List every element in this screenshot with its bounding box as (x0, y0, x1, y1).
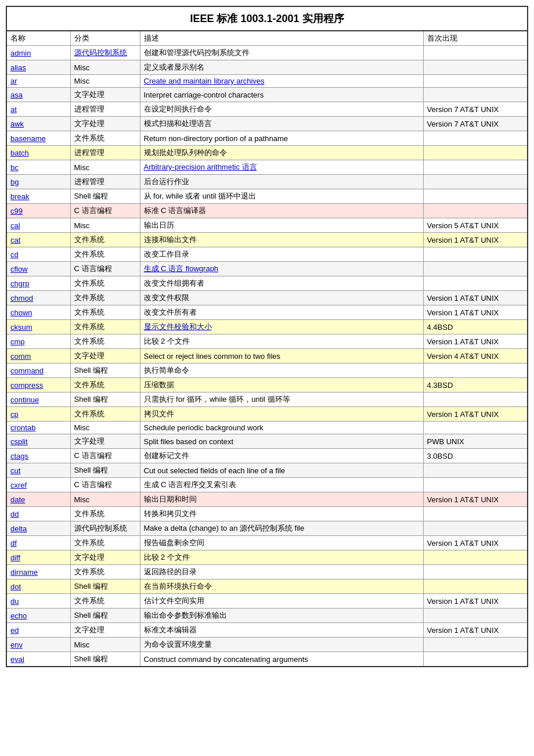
table-row: ed文字处理标准文本编辑器Version 1 AT&T UNIX (6, 623, 528, 638)
name-link[interactable]: cal (10, 221, 20, 230)
name-link[interactable]: comm (10, 352, 31, 361)
name-link[interactable]: echo (10, 611, 27, 620)
name-link[interactable]: at (10, 105, 17, 114)
table-row: cxrefC 语言编程生成 C 语言程序交叉索引表 (6, 478, 528, 492)
description-cell: 只需执行 for 循环，while 循环，until 循环等 (140, 393, 423, 407)
name-link[interactable]: dd (10, 510, 19, 519)
first-appearance-cell (423, 146, 528, 160)
category-cell: 文件系统 (70, 233, 140, 247)
name-link[interactable]: crontab (10, 423, 35, 432)
first-appearance-cell (423, 565, 528, 579)
name-link[interactable]: admin (10, 49, 31, 57)
first-appearance-cell (423, 160, 528, 175)
first-appearance-cell (423, 60, 528, 75)
name-link[interactable]: dot (10, 582, 21, 591)
description-cell: 报告磁盘剩余空间 (140, 536, 423, 550)
name-link[interactable]: ed (10, 626, 19, 635)
name-link[interactable]: cut (10, 466, 20, 475)
description-cell: Split files based on context (140, 434, 423, 449)
table-row: envMisc为命令设置环境变量 (6, 638, 528, 652)
description-cell: 创建标记文件 (140, 449, 423, 463)
name-link[interactable]: dirname (10, 568, 38, 577)
name-link[interactable]: continue (10, 395, 39, 404)
name-link[interactable]: chown (10, 308, 33, 317)
category-cell: Misc (70, 75, 140, 88)
name-link[interactable]: ar (10, 77, 17, 85)
description-cell: 输出日历 (140, 218, 423, 233)
category-cell: 文字处理 (70, 623, 140, 638)
table-row: continueShell 编程只需执行 for 循环，while 循环，unt… (6, 393, 528, 407)
table-row: awk文字处理模式扫描和处理语言Version 7 AT&T UNIX (6, 117, 528, 131)
name-link[interactable]: chmod (10, 294, 33, 303)
name-link[interactable]: chgrp (10, 279, 30, 288)
description-link[interactable]: 生成 C 语言 flowgraph (144, 264, 219, 273)
name-link[interactable]: cp (10, 410, 19, 419)
name-link[interactable]: cd (10, 250, 19, 259)
description-link[interactable]: 显示文件校验和大小 (144, 322, 212, 331)
name-link[interactable]: csplit (10, 437, 28, 446)
name-link[interactable]: date (10, 495, 25, 504)
description-cell: 后台运行作业 (140, 175, 423, 189)
description-cell: Interpret carriage-control characters (140, 88, 423, 102)
name-link[interactable]: du (10, 597, 19, 606)
first-appearance-cell: 4.3BSD (423, 378, 528, 393)
table-row: cat文件系统连接和输出文件Version 1 AT&T UNIX (6, 233, 528, 247)
table-row: dd文件系统转换和拷贝文件 (6, 507, 528, 521)
name-link[interactable]: asa (10, 91, 23, 99)
name-link[interactable]: cksum (10, 323, 33, 332)
category-cell: 进程管理 (70, 102, 140, 117)
header-name: 名称 (6, 31, 70, 46)
description-cell: 输出日期和时间 (140, 492, 423, 507)
description-cell: 压缩数据 (140, 378, 423, 393)
table-row: bcMiscArbitrary-precision arithmetic 语言 (6, 160, 528, 175)
name-link[interactable]: alias (10, 63, 26, 72)
first-appearance-cell: Version 7 AT&T UNIX (423, 102, 528, 117)
first-appearance-cell (423, 507, 528, 521)
name-link[interactable]: diff (10, 553, 20, 562)
description-cell: 在当前环境执行命令 (140, 579, 423, 594)
first-appearance-cell: Version 5 AT&T UNIX (423, 218, 528, 233)
description-link[interactable]: Create and maintain library archives (144, 77, 265, 85)
table-row: cflowC 语言编程生成 C 语言 flowgraph (6, 262, 528, 276)
name-link[interactable]: bg (10, 178, 19, 186)
table-row: batch进程管理规划批处理队列种的命令 (6, 146, 528, 160)
name-link[interactable]: break (10, 192, 30, 201)
table-row: breakShell 编程从 for, while 或者 until 循环中退出 (6, 189, 528, 204)
first-appearance-cell (423, 175, 528, 189)
name-link[interactable]: env (10, 640, 23, 649)
table-row: du文件系统估计文件空间实用Version 1 AT&T UNIX (6, 594, 528, 609)
name-link[interactable]: cmp (10, 337, 25, 346)
description-cell: Construct command by concatenating argum… (140, 652, 423, 667)
name-link[interactable]: command (10, 366, 44, 375)
first-appearance-cell: Version 1 AT&T UNIX (423, 291, 528, 305)
name-link[interactable]: delta (10, 524, 27, 533)
name-link[interactable]: awk (10, 120, 24, 128)
category-cell: 文件系统 (70, 305, 140, 320)
name-link[interactable]: c99 (10, 207, 23, 215)
name-link[interactable]: eval (10, 655, 24, 664)
first-appearance-cell: Version 4 AT&T UNIX (423, 349, 528, 363)
name-link[interactable]: bc (10, 163, 19, 172)
name-link[interactable]: cxref (10, 481, 27, 489)
table-row: comm文字处理Select or reject lines common to… (6, 349, 528, 363)
table-row: cksum文件系统显示文件校验和大小4.4BSD (6, 320, 528, 334)
name-link[interactable]: batch (10, 149, 29, 157)
name-link[interactable]: df (10, 539, 17, 548)
name-link[interactable]: basename (10, 134, 46, 143)
category-cell: C 语言编程 (70, 478, 140, 492)
category-link[interactable]: 源代码控制系统 (74, 48, 127, 57)
name-link[interactable]: compress (10, 381, 43, 390)
category-cell: 文件系统 (70, 594, 140, 609)
first-appearance-cell (423, 247, 528, 262)
table-row: asa文字处理Interpret carriage-control charac… (6, 88, 528, 102)
table-row: chown文件系统改变文件所有者Version 1 AT&T UNIX (6, 305, 528, 320)
name-link[interactable]: cflow (10, 265, 28, 273)
description-cell: 比较 2 个文件 (140, 550, 423, 565)
description-cell: 为命令设置环境变量 (140, 638, 423, 652)
category-cell: 文件系统 (70, 536, 140, 550)
table-row: csplit文字处理Split files based on contextPW… (6, 434, 528, 449)
first-appearance-cell (423, 75, 528, 88)
description-link[interactable]: Arbitrary-precision arithmetic 语言 (144, 163, 257, 171)
name-link[interactable]: cat (10, 236, 20, 244)
name-link[interactable]: ctags (10, 452, 28, 460)
